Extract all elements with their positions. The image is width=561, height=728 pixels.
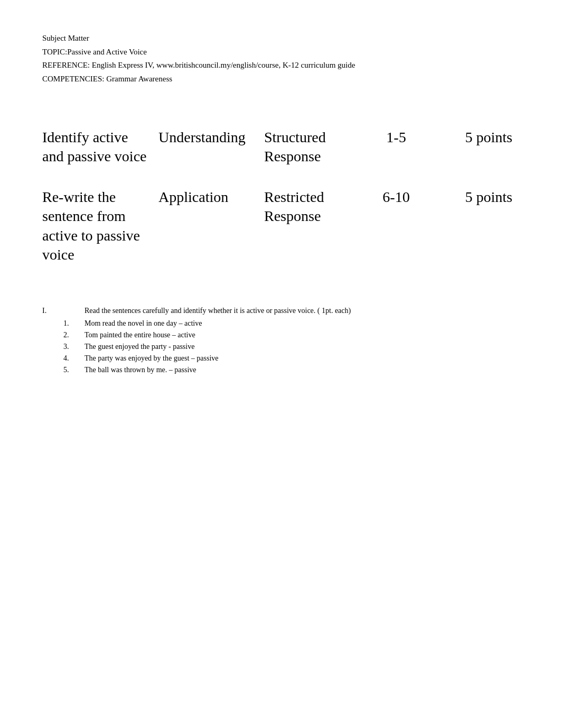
response-type-2: Restricted Response [264, 188, 370, 226]
table-row: Re-write the sentence from active to pas… [42, 177, 519, 275]
instruction-block-1: I. Read the sentences carefully and iden… [42, 307, 519, 374]
list-item: 2. Tom painted the entire house – active [42, 331, 519, 339]
sentence-list: 1. Mom read the novel in one day – activ… [42, 319, 519, 374]
competencies-line: COMPETENCIES: Grammar Awareness [42, 72, 519, 86]
topic-line: TOPIC:Passive and Active Voice [42, 45, 519, 59]
item-range-1: 1-5 [370, 128, 433, 147]
item-number: 4. [63, 354, 74, 363]
list-item: 1. Mom read the novel in one day – activ… [42, 319, 519, 328]
taxonomy-level-2: Application [158, 188, 264, 207]
item-text: The party was enjoyed by the guest – pas… [85, 354, 519, 363]
item-number: 1. [63, 319, 74, 328]
item-number: 2. [63, 331, 74, 339]
list-item: 3. The guest enjoyed the party - passive [42, 343, 519, 351]
learning-outcome-1: Identify active and passive voice [42, 128, 158, 167]
reference-label: REFERENCE: [42, 61, 90, 69]
points-2: 5 points [433, 188, 512, 207]
item-range-2: 6-10 [370, 188, 433, 207]
content-table: Identify active and passive voice Unders… [42, 117, 519, 275]
roman-numeral-label: I. [42, 307, 63, 315]
table-row: Identify active and passive voice Unders… [42, 117, 519, 177]
instructions-section: I. Read the sentences carefully and iden… [42, 307, 519, 374]
competencies-label: COMPETENCIES: [42, 75, 105, 83]
taxonomy-level-1: Understanding [158, 128, 264, 147]
response-type-1: Structured Response [264, 128, 370, 167]
competencies-value: Grammar Awareness [106, 75, 172, 83]
item-text: Mom read the novel in one day – active [85, 319, 519, 328]
topic-label: TOPIC: [42, 48, 67, 56]
header-section: Subject Matter TOPIC:Passive and Active … [42, 32, 519, 86]
item-text: The ball was thrown by me. – passive [85, 366, 519, 374]
reference-line: REFERENCE: English Express IV, www.briti… [42, 59, 519, 72]
item-number: 3. [63, 343, 74, 351]
subject-matter: Subject Matter [42, 32, 519, 45]
item-text: Tom painted the entire house – active [85, 331, 519, 339]
points-1: 5 points [433, 128, 512, 147]
roman-numeral-instruction: I. Read the sentences carefully and iden… [42, 307, 519, 315]
list-item: 4. The party was enjoyed by the guest – … [42, 354, 519, 363]
list-item: 5. The ball was thrown by me. – passive [42, 366, 519, 374]
reference-value: English Express IV, www.britishcouncil.m… [92, 61, 356, 69]
item-number: 5. [63, 366, 74, 374]
item-text: The guest enjoyed the party - passive [85, 343, 519, 351]
topic-value: Passive and Active Voice [67, 48, 147, 56]
learning-outcome-2: Re-write the sentence from active to pas… [42, 188, 158, 265]
instruction-text: Read the sentences carefully and identif… [85, 307, 519, 315]
